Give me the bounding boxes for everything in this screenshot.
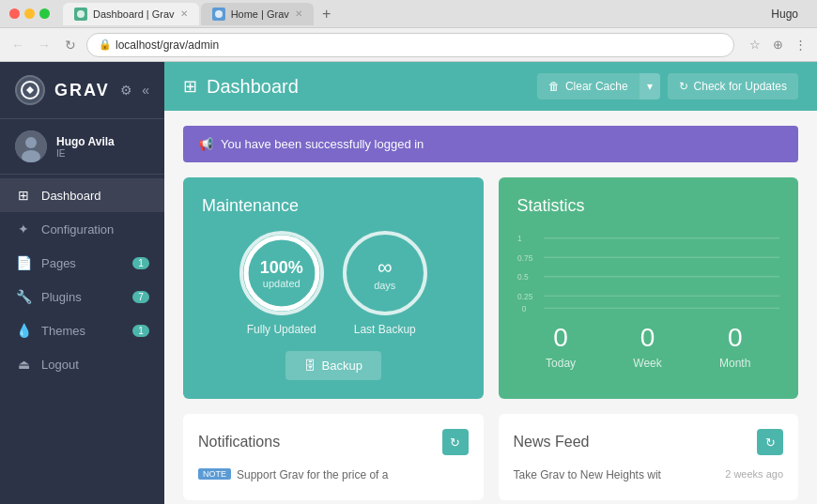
- plugins-badge: 7: [132, 291, 149, 303]
- minimize-button[interactable]: [24, 8, 35, 19]
- app: GRAV ⚙ « Hugo Avila IE ⊞ Dashboard: [0, 62, 817, 504]
- days-label: days: [374, 280, 395, 291]
- top-bar: ⊞ Dashboard 🗑 Clear Cache ▾ ↻ Check for …: [164, 62, 817, 111]
- clear-cache-label: Clear Cache: [565, 80, 628, 93]
- week-value: 0: [640, 323, 655, 353]
- sidebar-item-themes[interactable]: 💧 Themes 1: [0, 313, 164, 347]
- page-title: Dashboard: [207, 76, 537, 98]
- sidebar-nav: ⊞ Dashboard ✦ Configuration 📄 Pages 1 🔧 …: [0, 175, 164, 504]
- pages-icon: 📄: [15, 255, 32, 270]
- configuration-icon: ✦: [15, 221, 32, 237]
- menu-icon[interactable]: ⋮: [791, 36, 809, 54]
- notifications-card: Notifications ↻ NOTE Support Grav for th…: [183, 414, 484, 500]
- svg-text:0: 0: [521, 304, 526, 313]
- tab-favicon-home: [212, 8, 225, 21]
- logo-text: GRAV: [54, 81, 110, 100]
- month-value: 0: [728, 323, 743, 353]
- sidebar-user-name: Hugo Avila: [56, 135, 115, 148]
- tab-bar: Dashboard | Grav ✕ Home | Grav ✕ +: [63, 3, 765, 25]
- backup-btn-container: 🗄 Backup: [202, 351, 465, 380]
- new-tab-button[interactable]: +: [316, 3, 338, 25]
- svg-point-0: [77, 10, 85, 18]
- gear-icon[interactable]: ⚙: [120, 83, 132, 98]
- check-updates-button[interactable]: ↻ Check for Updates: [668, 73, 798, 99]
- month-label: Month: [719, 357, 750, 370]
- sidebar-item-logout[interactable]: ⏏ Logout: [0, 347, 164, 381]
- clear-cache-button[interactable]: 🗑 Clear Cache: [537, 73, 640, 99]
- svg-text:0.25: 0.25: [517, 292, 533, 301]
- stats-chart: 1 0.75 0.5 0.25 0: [517, 231, 780, 315]
- clear-cache-dropdown-button[interactable]: ▾: [640, 73, 660, 99]
- sidebar-item-label-plugins: Plugins: [41, 290, 82, 304]
- lock-icon: 🔒: [99, 38, 112, 51]
- sidebar-item-dashboard[interactable]: ⊞ Dashboard: [0, 178, 164, 212]
- tab-favicon-dashboard: [74, 8, 87, 21]
- content: 📢 You have been successfully logged in M…: [164, 111, 817, 504]
- clear-cache-group: 🗑 Clear Cache ▾: [537, 73, 660, 99]
- infinity-symbol: ∞: [378, 255, 393, 280]
- alert-message: You have been successfully logged in: [221, 137, 424, 151]
- traffic-lights: [9, 8, 50, 19]
- tab-close-home[interactable]: ✕: [295, 8, 302, 19]
- maintenance-card: Maintenance 100% updated: [183, 177, 484, 399]
- note-badge: NOTE: [198, 468, 231, 480]
- svg-text:0.5: 0.5: [517, 272, 529, 282]
- pages-badge: 1: [132, 257, 149, 269]
- themes-icon: 💧: [15, 323, 32, 338]
- user-info: Hugo Avila IE: [56, 135, 115, 159]
- updated-label: updated: [263, 278, 301, 289]
- maximize-button[interactable]: [39, 8, 50, 19]
- browser-titlebar: Dashboard | Grav ✕ Home | Grav ✕ + Hugo: [0, 0, 817, 28]
- bookmark-icon[interactable]: ☆: [746, 36, 764, 54]
- close-button[interactable]: [9, 8, 20, 19]
- notifications-title: Notifications: [198, 434, 280, 451]
- back-button[interactable]: ←: [8, 35, 28, 55]
- today-value: 0: [553, 323, 568, 353]
- tab-close-dashboard[interactable]: ✕: [180, 8, 188, 19]
- newsfeed-header: News Feed ↻: [514, 429, 784, 455]
- alert-success: 📢 You have been successfully logged in: [183, 126, 798, 162]
- chart-svg: 1 0.75 0.5 0.25 0: [517, 231, 780, 315]
- stats-numbers: 0 Today 0 Week 0 Month: [517, 323, 780, 370]
- dashboard-icon: ⊞: [15, 188, 32, 203]
- address-text: localhost/grav/admin: [116, 38, 219, 52]
- backup-button[interactable]: 🗄 Backup: [285, 351, 381, 380]
- sidebar-item-pages[interactable]: 📄 Pages 1: [0, 246, 164, 280]
- tab-label-dashboard: Dashboard | Grav: [93, 8, 175, 20]
- forward-button[interactable]: →: [34, 35, 54, 55]
- check-updates-label: Check for Updates: [694, 80, 787, 93]
- notification-item: NOTE Support Grav for the price of a: [198, 465, 469, 485]
- sidebar-item-label-pages: Pages: [41, 256, 76, 270]
- sidebar-user: Hugo Avila IE: [0, 119, 164, 175]
- sidebar-item-configuration[interactable]: ✦ Configuration: [0, 212, 164, 246]
- sidebar-item-plugins[interactable]: 🔧 Plugins 7: [0, 280, 164, 313]
- backup-circle-item: ∞ days Last Backup: [343, 231, 427, 336]
- tab-dashboard[interactable]: Dashboard | Grav ✕: [63, 3, 199, 25]
- sidebar: GRAV ⚙ « Hugo Avila IE ⊞ Dashboard: [0, 62, 164, 504]
- address-bar[interactable]: 🔒 localhost/grav/admin: [86, 33, 734, 57]
- maintenance-title: Maintenance: [202, 196, 465, 216]
- newsfeed-text: Take Grav to New Heights wit: [514, 468, 661, 481]
- sidebar-logo: GRAV ⚙ «: [0, 62, 164, 119]
- address-icons: ☆ ⊕ ⋮: [746, 36, 809, 54]
- extensions-icon[interactable]: ⊕: [768, 36, 787, 54]
- statistics-card: Statistics 1 0.75 0.5: [499, 177, 799, 399]
- browser-user-name: Hugo: [771, 8, 808, 21]
- sidebar-user-role: IE: [56, 148, 115, 159]
- reload-button[interactable]: ↻: [60, 35, 81, 55]
- address-bar-row: ← → ↻ 🔒 localhost/grav/admin ☆ ⊕ ⋮: [0, 28, 817, 62]
- notifications-refresh-button[interactable]: ↻: [442, 429, 469, 455]
- today-label: Today: [546, 357, 576, 370]
- logout-icon: ⏏: [15, 357, 32, 372]
- newsfeed-refresh-button[interactable]: ↻: [757, 429, 783, 455]
- newsfeed-title: News Feed: [514, 434, 590, 451]
- collapse-icon[interactable]: «: [142, 83, 149, 98]
- cards-row: Maintenance 100% updated: [183, 177, 798, 399]
- newsfeed-card: News Feed ↻ Take Grav to New Heights wit…: [499, 414, 799, 500]
- svg-text:0.75: 0.75: [517, 253, 533, 263]
- sidebar-item-label-themes: Themes: [41, 324, 85, 338]
- sidebar-item-label-dashboard: Dashboard: [41, 189, 101, 203]
- sidebar-item-label-configuration: Configuration: [41, 222, 114, 237]
- tab-home[interactable]: Home | Grav ✕: [201, 3, 314, 25]
- stat-today: 0 Today: [546, 323, 576, 370]
